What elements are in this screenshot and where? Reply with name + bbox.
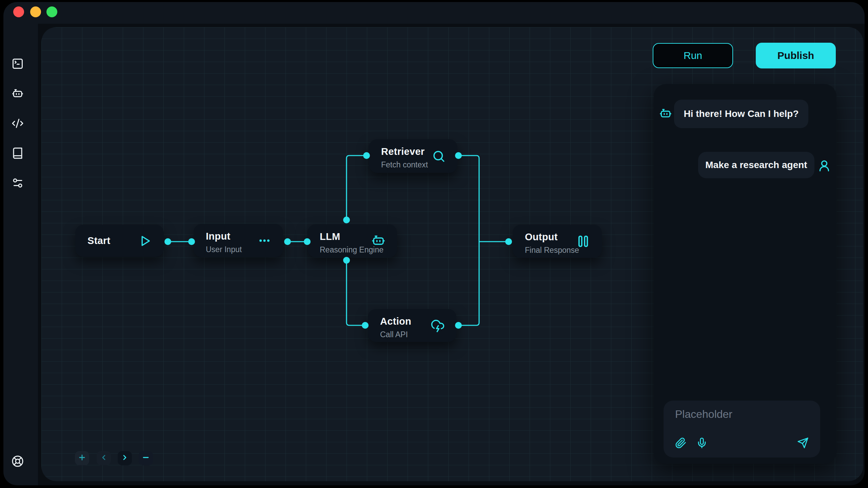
- app-window: Start Input User Input LLM Reasoning Eng…: [3, 2, 865, 485]
- send-icon[interactable]: [797, 437, 809, 449]
- sidebar-item-docs[interactable]: [12, 147, 24, 159]
- sliders-icon: [12, 184, 24, 190]
- chat-panel: Hi there! How Can I help? Make a researc…: [654, 84, 836, 464]
- book-icon: [12, 155, 24, 160]
- bot-icon: [371, 234, 386, 248]
- node-action[interactable]: Action Call API: [368, 309, 456, 342]
- titlebar: [3, 2, 865, 24]
- sidebar: [3, 24, 38, 485]
- pause-icon: [576, 234, 590, 248]
- sidebar-item-terminal[interactable]: [12, 58, 24, 70]
- bot-icon: [659, 107, 672, 120]
- zoom-in-button[interactable]: [75, 451, 89, 465]
- publish-button[interactable]: Publish: [756, 43, 836, 68]
- sidebar-item-agents[interactable]: [12, 88, 24, 100]
- node-subtitle: Fetch context: [381, 160, 457, 169]
- run-button[interactable]: Run: [653, 43, 733, 68]
- chat-input[interactable]: [675, 408, 809, 421]
- node-title: Retriever: [381, 146, 457, 157]
- code-icon: [12, 125, 24, 130]
- chevron-left-icon: [100, 453, 108, 463]
- sidebar-item-code[interactable]: [12, 117, 24, 129]
- terminal-icon: [12, 65, 24, 71]
- plus-icon: [78, 453, 86, 463]
- sidebar-item-help[interactable]: [12, 455, 24, 467]
- user-icon: [817, 159, 831, 172]
- help-icon: [12, 463, 24, 468]
- sidebar-item-settings[interactable]: [12, 177, 24, 189]
- close-button[interactable]: [13, 6, 24, 17]
- node-start[interactable]: Start: [75, 225, 164, 257]
- assistant-message: Hi there! How Can I help?: [674, 100, 808, 128]
- zoom-button[interactable]: [46, 6, 57, 17]
- search-icon: [432, 149, 446, 163]
- node-retriever[interactable]: Retriever Fetch context: [369, 139, 457, 173]
- chevron-right-icon: [121, 453, 129, 463]
- node-input[interactable]: Input User Input: [194, 224, 283, 257]
- node-subtitle: Call API: [380, 330, 456, 339]
- ellipsis-icon[interactable]: [257, 233, 272, 248]
- step-back-button[interactable]: [97, 451, 111, 465]
- minimize-button[interactable]: [30, 6, 41, 17]
- node-title: Action: [380, 316, 456, 327]
- mic-icon[interactable]: [696, 437, 708, 449]
- bot-icon: [12, 95, 24, 101]
- chat-composer: [664, 401, 820, 458]
- step-forward-button[interactable]: [118, 451, 132, 465]
- node-output[interactable]: Output Final Response: [513, 225, 602, 258]
- node-llm[interactable]: LLM Reasoning Engine: [308, 224, 397, 258]
- cloud-lightning-icon: [431, 319, 445, 333]
- composer-toolbar: [675, 437, 809, 449]
- user-message: Make a research agent: [698, 152, 814, 178]
- play-icon: [138, 234, 152, 248]
- minus-icon: [142, 453, 150, 463]
- paperclip-icon[interactable]: [675, 437, 687, 449]
- zoom-out-button[interactable]: [139, 451, 153, 465]
- node-title: Start: [87, 235, 111, 246]
